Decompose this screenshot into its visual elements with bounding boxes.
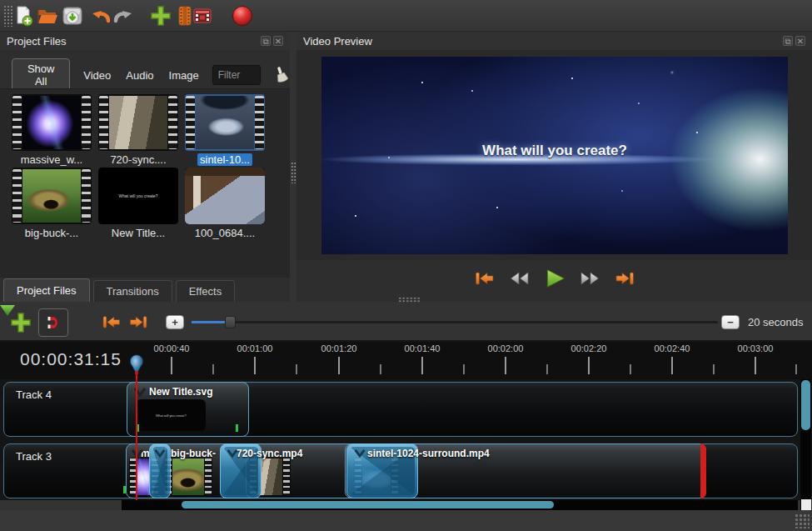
transition-chevron-icon[interactable] (152, 448, 167, 458)
export-video-button[interactable] (230, 3, 255, 28)
jump-end-button[interactable] (128, 314, 148, 330)
timeline-splitter-handle[interactable] (398, 297, 421, 303)
jump-end-icon (128, 314, 148, 330)
project-files-title: Project Files (7, 35, 67, 48)
close-panel-icon[interactable]: ✕ (273, 36, 283, 46)
zoom-out-button[interactable]: − (721, 315, 740, 329)
file-item-720-sync[interactable]: 720-sync.... (98, 94, 178, 166)
zoom-slider-handle[interactable] (225, 316, 236, 328)
filter-show-all-button[interactable]: Show All (12, 58, 70, 92)
track-name: Track 3 (16, 450, 52, 463)
ruler-major-tick (755, 357, 756, 374)
tab-project-files[interactable]: Project Files (3, 278, 90, 302)
file-name: massive_w... (12, 153, 92, 166)
file-item-new-title[interactable]: What will you create? New Title... (98, 168, 178, 239)
ruler-minor-tick (795, 364, 797, 374)
track-row-3[interactable]: Track 3 m big-buck- 720-sync.mp4 sintel-… (3, 443, 798, 498)
undock-panel-icon[interactable]: ⧉ (261, 36, 271, 46)
vscroll-thumb[interactable] (801, 380, 810, 430)
transition[interactable] (149, 443, 171, 498)
panel-splitter-handle[interactable] (291, 162, 296, 183)
close-panel-icon[interactable]: ✕ (795, 36, 805, 46)
file-item-big-buck[interactable]: big-buck-... (12, 168, 92, 239)
file-thumbnail (12, 168, 92, 224)
track-row-4[interactable]: Track 4 New Title.svg What will you crea… (3, 382, 798, 437)
project-files-panel: Project Files ⧉ ✕ Show All Video Audio I… (0, 32, 290, 302)
zoom-slider-fill (192, 321, 227, 323)
timeline: + − 20 seconds 00:00:31:15 00:00:40 00:0… (0, 305, 812, 531)
ruler-minor-tick (380, 364, 381, 374)
timeline-vscroll[interactable] (800, 379, 811, 511)
timeline-ruler[interactable]: 00:00:31:15 00:00:40 00:01:00 00:01:20 0… (0, 342, 812, 379)
snapping-toggle-button[interactable] (38, 308, 68, 337)
file-item-100-0684[interactable]: 100_0684.... (185, 168, 265, 239)
add-track-plus-icon (10, 312, 32, 333)
scrollbar-corner (801, 499, 811, 510)
hscroll-thumb[interactable] (182, 501, 554, 508)
rewind-icon (509, 270, 531, 287)
rewind-button[interactable] (506, 267, 533, 290)
redo-button[interactable] (110, 3, 135, 28)
transition-chevron-icon[interactable] (352, 448, 367, 458)
clip-new-title[interactable]: New Title.svg What will you create? (127, 382, 249, 437)
ruler-minor-tick (463, 364, 465, 374)
clip-title-thumbnail: What will you create? (136, 399, 206, 431)
ruler-minor-tick (713, 364, 715, 374)
jump-to-end-button[interactable] (611, 267, 638, 290)
fullscreen-icon (192, 5, 213, 27)
record-icon (231, 4, 254, 28)
clip-label: big-buck- (171, 448, 216, 459)
file-name: big-buck-... (12, 227, 92, 239)
filter-image-button[interactable]: Image (167, 66, 201, 85)
zoom-in-button[interactable]: + (166, 315, 184, 329)
undock-panel-icon[interactable]: ⧉ (783, 36, 793, 46)
add-track-button[interactable] (10, 312, 32, 333)
save-project-button[interactable] (60, 3, 85, 28)
clip-menu-chevron-icon[interactable] (132, 386, 148, 398)
ruler-label: 00:02:20 (555, 343, 622, 353)
project-files-header: Project Files ⧉ ✕ (0, 32, 290, 50)
resize-grip[interactable] (795, 513, 810, 528)
filter-input[interactable] (212, 65, 261, 85)
jump-to-start-button[interactable] (471, 267, 498, 290)
video-overlay-text: What will you create? (321, 143, 788, 159)
filter-video-button[interactable]: Video (82, 66, 112, 85)
preview-area: What will you create? (296, 50, 812, 260)
playhead-marker[interactable] (128, 353, 145, 375)
fullscreen-button[interactable] (190, 3, 215, 28)
jump-start-icon (474, 270, 496, 287)
clip-menu-chevron-icon[interactable] (129, 448, 146, 459)
jump-start-button[interactable] (102, 314, 122, 330)
file-item-massive[interactable]: massive_w... (12, 94, 92, 166)
file-thumbnail (185, 168, 265, 224)
redo-icon (112, 5, 133, 27)
tab-transitions[interactable]: Transitions (93, 280, 172, 302)
plus-icon (150, 5, 172, 27)
ruler-minor-tick (630, 364, 631, 374)
play-button[interactable] (541, 267, 568, 290)
tab-effects[interactable]: Effects (176, 280, 236, 302)
clip-thumbnail-big-buck (164, 458, 212, 496)
file-thumbnail: What will you create? (98, 168, 178, 224)
ruler-label: 00:01:40 (389, 343, 456, 353)
clear-filter-brush-icon[interactable] (272, 66, 290, 84)
open-project-button[interactable] (35, 3, 60, 28)
ruler-minor-tick (546, 364, 548, 374)
file-name: 720-sync.... (98, 153, 178, 166)
filter-audio-button[interactable]: Audio (124, 66, 155, 85)
timeline-toolbar: + − 20 seconds (0, 305, 812, 340)
playback-controls (296, 262, 812, 295)
clip-label: New Title.svg (149, 386, 212, 398)
import-files-button[interactable] (148, 3, 173, 28)
zoom-slider[interactable] (192, 321, 718, 323)
new-project-button[interactable] (11, 3, 36, 28)
ruler-label: 00:02:40 (639, 343, 705, 353)
fast-forward-button[interactable] (576, 267, 603, 290)
panel-tabs: Project Files Transitions Effects (0, 278, 290, 302)
playhead-line (136, 373, 137, 500)
hscroll-track[interactable] (122, 500, 798, 510)
playhead-timecode: 00:00:31:15 (20, 349, 122, 369)
openshot-window: Project Files ⧉ ✕ Show All Video Audio I… (0, 0, 812, 531)
file-item-sintel[interactable]: sintel-10... (185, 94, 265, 166)
clip-label: 720-sync.mp4 (237, 448, 302, 459)
